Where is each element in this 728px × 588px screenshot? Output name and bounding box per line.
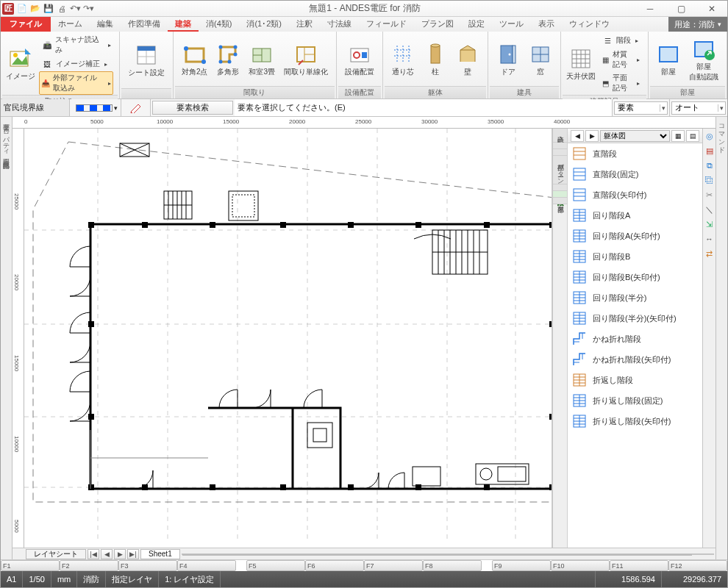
ribbon-column[interactable]: 柱 [420,40,451,79]
ribbon-equip-place[interactable]: 設備配置 [341,40,378,79]
fnkey-F4[interactable]: F4 [177,560,236,571]
fnkey-F8[interactable]: F8 [423,560,482,571]
rt-cut-icon[interactable]: ✂ [704,189,715,201]
element-combo[interactable]: ▾ [613,99,670,116]
palette-tab-1[interactable]: 建築 [553,143,567,149]
fnkey-F3[interactable]: F3 [118,560,177,571]
ribbon-door[interactable]: ドア [493,40,524,79]
fnkey-F6[interactable]: F6 [305,560,364,571]
status-layer-setting[interactable]: 1: レイヤ設定 [159,571,221,587]
palette-item-13[interactable]: 折り返し階段(矢印付) [568,411,702,431]
ribbon-floor-single[interactable]: 間取り単線化 [280,40,332,79]
fnkey-F9[interactable]: F9 [492,560,551,571]
palette-item-8[interactable]: 回り階段(半分)(矢印付) [568,308,702,329]
rt-layers-icon[interactable]: ▤ [704,145,715,157]
minimize-button[interactable]: ─ [635,1,665,16]
layer-sheet-tab[interactable]: レイヤシート [26,549,86,559]
palette-tab-2[interactable]: 部屋 [553,149,567,156]
rt-connect-icon[interactable]: ⇄ [704,248,715,259]
menu-表示[interactable]: 表示 [531,17,562,32]
menu-設定[interactable]: 設定 [461,17,492,32]
new-doc-icon[interactable]: 📄 [15,2,29,15]
palette-tab-4[interactable]: 設備 [553,184,567,191]
open-icon[interactable]: 📂 [29,2,42,15]
palette-tab-5[interactable]: 階段 [553,191,567,198]
fnkey-F10[interactable]: F10 [551,560,610,571]
left-property-gutter[interactable]: 張要プロパティ 回路記号設置図 [1,117,13,559]
status-layer-mode[interactable]: 指定レイヤ [106,571,159,587]
palette-item-2[interactable]: 直階段(矢印付) [568,184,702,205]
ribbon-mat-sym[interactable]: ▦材質記号▸ [599,48,642,71]
rt-measure-icon[interactable]: ↔ [704,233,715,245]
redo-icon[interactable]: ↷▾ [82,2,95,15]
menu-消(4類)[interactable]: 消(4類) [199,17,239,32]
ribbon-room-auto[interactable]: 部屋自動認識 [685,35,722,85]
palette-back-button[interactable]: ◀ [571,130,584,142]
menu-file[interactable]: ファイル [1,17,51,32]
ribbon-sheet-setting[interactable]: シート設定 [124,41,168,80]
palette-view1-icon[interactable]: ▦ [671,130,685,142]
rt-line-icon[interactable]: ＼ [704,204,715,215]
usage-selector[interactable]: 用途：消防 [668,17,727,32]
palette-item-4[interactable]: 回り階段A(矢印付) [568,226,702,246]
tab-next-button[interactable]: ▶ [114,549,126,559]
palette-tab-3[interactable]: 部屋パターン [553,156,567,184]
fnkey-F5[interactable]: F5 [246,560,305,571]
h-scrollbar[interactable] [182,553,714,555]
close-button[interactable]: ✕ [696,1,727,16]
ribbon-ceiling-plan[interactable]: 天井伏図 [565,45,596,84]
rt-circle-icon[interactable]: ◎ [704,130,715,142]
palette-item-6[interactable]: 回り階段B(矢印付) [568,267,702,287]
palette-item-1[interactable]: 直階段(固定) [568,164,702,184]
print-icon[interactable]: 🖨 [55,2,68,15]
ribbon-washitsu[interactable]: 和室3畳 [245,40,279,79]
palette-view2-icon[interactable]: ▤ [686,130,699,142]
linestyle-selector[interactable]: ▾ [70,99,121,116]
menu-注釈[interactable]: 注釈 [289,17,320,32]
palette-item-3[interactable]: 回り階段A [568,205,702,226]
tab-prev-button[interactable]: ◀ [101,549,113,559]
fnkey-F1[interactable]: F1 [1,560,60,571]
element-search-button[interactable]: 要素検索 [152,101,233,115]
ribbon-image-import[interactable]: イメージ [5,45,36,84]
ribbon-window[interactable]: 窓 [525,40,556,79]
menu-ツール[interactable]: ツール [492,17,531,32]
palette-item-0[interactable]: 直階段 [568,143,702,164]
menu-寸法線[interactable]: 寸法線 [320,17,359,32]
palette-item-12[interactable]: 折り返し階段(固定) [568,390,702,411]
menu-ウィンドウ[interactable]: ウィンドウ [562,17,617,32]
rt-copy-icon[interactable]: ⿻ [704,174,715,186]
undo-icon[interactable]: ↶▾ [68,2,82,15]
drawing-canvas[interactable] [24,129,552,548]
fnkey-F11[interactable]: F11 [610,560,668,571]
save-icon[interactable]: 💾 [42,2,55,15]
menu-編集[interactable]: 編集 [90,17,121,32]
palette-item-5[interactable]: 回り階段B [568,246,702,267]
menu-作図準備[interactable]: 作図準備 [121,17,168,32]
palette-tab-0[interactable]: 読込み [553,129,567,143]
menu-ホーム[interactable]: ホーム [51,17,90,32]
palette-item-10[interactable]: かね折れ階段(矢印付) [568,349,702,370]
palette-tab-6[interactable]: 部屋名 [553,198,567,204]
tab-last-button[interactable]: ▶| [127,549,139,559]
maximize-button[interactable]: ▢ [665,1,696,16]
status-scale[interactable]: 1/50 [23,571,51,587]
menu-プラン図[interactable]: プラン図 [414,17,461,32]
ribbon-stairs-sym[interactable]: ☰階段▸ [599,33,642,48]
palette-fwd-button[interactable]: ▶ [585,130,599,142]
palette-item-7[interactable]: 回り階段(半分) [568,287,702,308]
status-sheet[interactable]: A1 [1,571,23,587]
tab-first-button[interactable]: |◀ [88,549,99,559]
palette-item-9[interactable]: かね折れ階段 [568,329,702,349]
ribbon-wall[interactable]: 壁 [452,40,483,79]
ribbon-plan-sym[interactable]: ⬒平面記号▸ [599,71,642,95]
ribbon-room[interactable]: 部屋 [653,40,684,79]
status-mode[interactable]: 消防 [77,571,106,587]
rt-trim-icon[interactable]: ⇲ [704,218,715,230]
palette-item-11[interactable]: 折返し階段 [568,370,702,390]
pencil-tool[interactable] [121,99,151,116]
ribbon-image-correct[interactable]: 🖼イメージ補正▸ [39,57,113,71]
rt-find-icon[interactable]: ⧉ [704,159,715,171]
ribbon-grid-line[interactable]: 通り芯 [388,40,418,79]
fnkey-F7[interactable]: F7 [364,560,423,571]
